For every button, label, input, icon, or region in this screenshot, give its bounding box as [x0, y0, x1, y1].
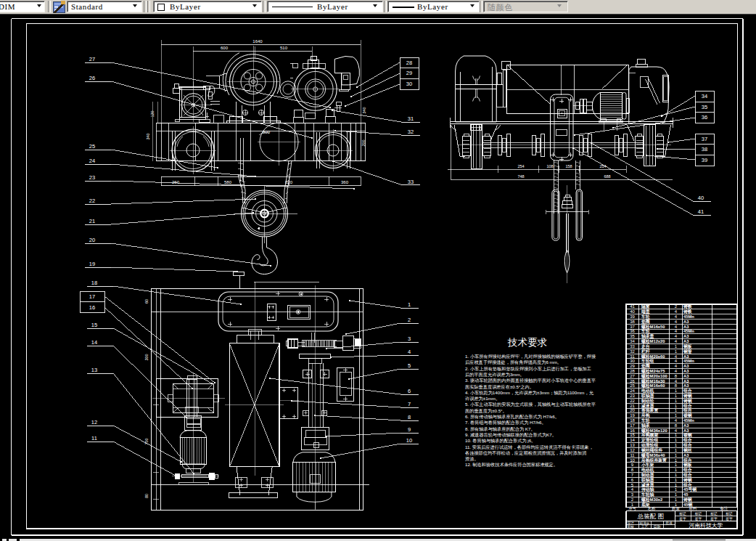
svg-text:A3: A3 — [683, 383, 689, 388]
svg-text:17: 17 — [630, 423, 635, 428]
svg-text:21: 21 — [89, 218, 95, 224]
svg-text:31: 31 — [408, 115, 414, 122]
svg-text:19: 19 — [630, 413, 635, 418]
svg-text:联轴器: 联轴器 — [641, 477, 654, 483]
svg-text:30: 30 — [406, 81, 412, 87]
svg-text:24: 24 — [89, 158, 95, 164]
svg-text:铸铁: 铸铁 — [683, 304, 692, 309]
svg-text:减速器: 减速器 — [641, 403, 654, 409]
svg-text:36: 36 — [702, 114, 707, 121]
svg-text:端盖: 端盖 — [641, 309, 650, 314]
svg-text:螺栓M24x75: 螺栓M24x75 — [641, 368, 665, 374]
svg-text:360: 360 — [341, 180, 349, 184]
svg-text:数量: 数量 — [672, 506, 681, 511]
svg-text:1: 1 — [408, 301, 411, 308]
svg-text:40: 40 — [698, 195, 704, 201]
svg-text:7: 7 — [408, 401, 411, 407]
svg-text:钢板: 钢板 — [683, 343, 692, 349]
svg-text:23: 23 — [630, 394, 635, 398]
svg-text:6: 6 — [408, 388, 411, 394]
svg-text:铸钢: 铸钢 — [683, 477, 692, 483]
svg-text:20: 20 — [630, 408, 635, 412]
svg-text:4. 小车轨距为1400mm，允许误差为±3mm；轴距为11: 4. 小车轨距为1400mm，允许误差为±3mm；轴距为1100mm，允 — [465, 390, 594, 396]
svg-text:钢丝: 钢丝 — [683, 447, 692, 453]
svg-text:铸钢: 铸钢 — [683, 497, 692, 503]
svg-text:1640: 1640 — [252, 39, 263, 44]
svg-text:9: 9 — [408, 426, 411, 433]
svg-text:定滑轮组: 定滑轮组 — [641, 437, 658, 443]
svg-text:40: 40 — [630, 309, 635, 314]
svg-text:螺栓M20x100: 螺栓M20x100 — [641, 373, 667, 379]
svg-text:后的平面度允许误差为3mm。: 后的平面度允许误差为3mm。 — [465, 372, 525, 378]
svg-text:锻钢: 锻钢 — [683, 412, 692, 418]
svg-text:10. 卷筒轴与轴承的配合形式为 j6。: 10. 卷筒轴与轴承的配合形式为 j6。 — [465, 438, 535, 444]
svg-text:各连接部位均不得松动，应定期检查润滑情况，并及时添加润: 各连接部位均不得松动，应定期检查润滑情况，并及时添加润 — [465, 450, 586, 456]
svg-text:26: 26 — [89, 75, 95, 81]
svg-text:14: 14 — [630, 438, 635, 442]
svg-text:A3: A3 — [683, 354, 689, 359]
svg-text:35: 35 — [630, 334, 635, 338]
svg-text:5: 5 — [408, 362, 411, 369]
svg-text:29: 29 — [630, 364, 635, 368]
svg-text:减速器: 减速器 — [641, 482, 654, 488]
svg-text:34: 34 — [702, 93, 707, 99]
svg-text:18: 18 — [91, 280, 97, 286]
svg-text:A3: A3 — [683, 320, 689, 324]
svg-text:名称: 名称 — [648, 506, 657, 511]
svg-text:45Mn: 45Mn — [683, 329, 694, 333]
svg-text:签字: 签字 — [726, 516, 733, 521]
svg-text:8: 8 — [408, 414, 411, 420]
svg-text:2. 小车上所有垫板和垫块应焊接到小车上后进行加工，垫板加工: 2. 小车上所有垫板和垫块应焊接到小车上后进行加工，垫板加工 — [465, 366, 591, 372]
svg-text:39: 39 — [630, 314, 635, 319]
svg-text:12: 12 — [91, 419, 97, 426]
svg-text:16: 16 — [89, 304, 95, 311]
svg-text:748: 748 — [517, 174, 524, 179]
svg-text:2: 2 — [408, 317, 411, 323]
svg-text:38: 38 — [702, 146, 707, 152]
svg-text:钢管: 钢管 — [683, 349, 692, 354]
svg-text:25: 25 — [630, 383, 635, 388]
svg-text:45Mn: 45Mn — [683, 314, 694, 319]
svg-text:材料: 材料 — [689, 506, 698, 511]
svg-text:总装配 图: 总装配 图 — [637, 513, 664, 520]
svg-text:A3: A3 — [683, 364, 689, 368]
svg-text:10: 10 — [406, 437, 412, 444]
svg-text:23: 23 — [89, 174, 95, 181]
svg-text:A3: A3 — [683, 374, 689, 378]
svg-text:轴承: 轴承 — [641, 423, 650, 428]
svg-text:A3: A3 — [683, 339, 689, 343]
svg-text:铸钢: 铸钢 — [683, 398, 692, 404]
svg-text:垫圈: 垫圈 — [641, 363, 650, 369]
svg-text:28: 28 — [406, 60, 412, 66]
svg-text:45: 45 — [683, 492, 689, 497]
svg-text:41: 41 — [698, 208, 704, 215]
svg-text:3: 3 — [408, 335, 411, 342]
svg-text:联轴器: 联轴器 — [641, 393, 654, 399]
svg-text:12. 制造和验收技术条件应符合国家标准规定。: 12. 制造和验收技术条件应符合国家标准规定。 — [465, 462, 558, 468]
svg-text:审核: 审核 — [627, 524, 634, 529]
svg-text:510: 510 — [280, 46, 288, 50]
svg-text:108: 108 — [546, 164, 553, 168]
svg-text:面的垂直度为±0.5°。: 面的垂直度为±0.5°。 — [465, 408, 507, 414]
svg-text:24: 24 — [630, 389, 635, 393]
svg-text:11: 11 — [91, 435, 97, 442]
svg-text:32: 32 — [408, 129, 414, 135]
svg-text:45Mn: 45Mn — [683, 359, 694, 363]
svg-text:A3: A3 — [683, 423, 689, 428]
svg-text:22: 22 — [630, 399, 635, 403]
svg-text:37: 37 — [702, 136, 707, 142]
svg-text:A3: A3 — [683, 334, 689, 338]
svg-text:设计: 设计 — [626, 521, 634, 525]
svg-text:技术要求: 技术要求 — [507, 337, 547, 348]
svg-text:卷筒装置: 卷筒装置 — [641, 407, 658, 413]
svg-text:36: 36 — [630, 329, 635, 333]
svg-text:工艺: 工艺 — [641, 524, 649, 529]
svg-text:20: 20 — [89, 237, 95, 243]
svg-text:A3: A3 — [683, 325, 689, 329]
svg-text:18: 18 — [630, 418, 635, 423]
svg-text:35: 35 — [702, 104, 707, 110]
svg-text:吊钩: 吊钩 — [641, 412, 650, 418]
svg-text:签字: 签字 — [679, 516, 686, 521]
svg-text:13: 13 — [91, 367, 97, 373]
svg-text:158: 158 — [565, 164, 572, 168]
